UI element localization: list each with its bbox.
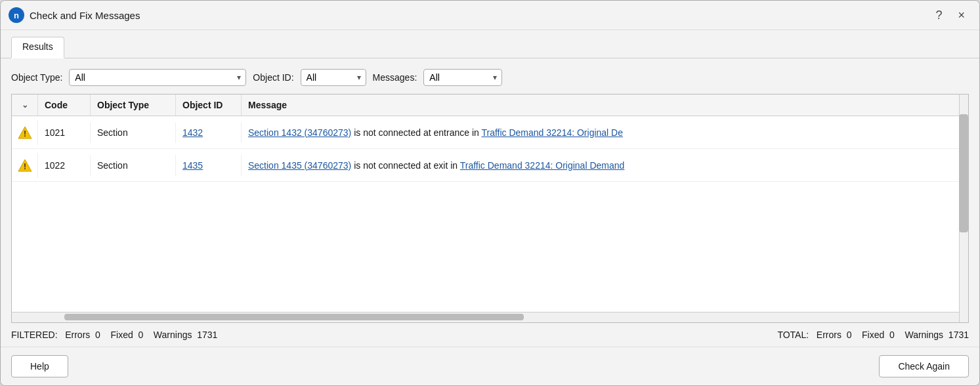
close-button[interactable]: × <box>954 8 969 22</box>
filtered-warnings-label: Warnings <box>154 330 192 340</box>
total-status: TOTAL: Errors 0 Fixed 0 Warnings 1731 <box>777 330 969 340</box>
svg-text:!: ! <box>24 129 26 139</box>
total-errors-value: 0 <box>847 330 852 340</box>
row-2-object-id-link[interactable]: 1435 <box>182 160 203 171</box>
total-warnings-label: Warnings <box>905 330 943 340</box>
object-type-select[interactable]: All <box>69 69 246 86</box>
title-bar: n Check and Fix Messages ? × <box>1 1 979 30</box>
total-label: TOTAL: <box>777 330 809 340</box>
help-icon-button[interactable]: ? <box>931 8 946 22</box>
row-2-message-cell: Section 1435 (34760273) is not connected… <box>248 160 624 171</box>
row-1-object-type: Section <box>91 122 176 143</box>
table-header: ⌄ Code Object Type Object ID Message <box>12 95 968 116</box>
th-object-id: Object ID <box>176 95 242 116</box>
dialog-body: Results Object Type: All Object ID: All … <box>1 30 979 385</box>
filtered-fixed-label: Fixed <box>110 330 133 340</box>
table-row: ! 1022 Section 1435 Section 1435 (347602… <box>12 149 968 182</box>
row-1-object-id[interactable]: 1432 <box>176 122 242 143</box>
row-2-code: 1022 <box>38 155 91 176</box>
svg-text:!: ! <box>24 162 26 171</box>
filtered-warnings-value: 1731 <box>197 330 217 340</box>
row-2-msg-link-2[interactable]: Traffic Demand 32214: Original Demand <box>460 160 625 171</box>
row-2-object-type: Section <box>91 155 176 176</box>
help-button[interactable]: Help <box>11 355 68 377</box>
th-code: Code <box>38 95 91 116</box>
tab-results[interactable]: Results <box>11 37 64 58</box>
row-1-message-cell: Section 1432 (34760273) is not connected… <box>248 127 623 138</box>
object-id-select-wrapper: All <box>301 69 366 86</box>
warning-icon: ! <box>18 125 32 140</box>
total-fixed-label: Fixed <box>862 330 884 340</box>
row-1-msg-link-2[interactable]: Traffic Demand 32214: Original De <box>481 127 623 138</box>
table-body: ! 1021 Section 1432 Section 1432 (347602… <box>12 116 968 312</box>
app-icon: n <box>9 7 24 23</box>
th-object-type: Object Type <box>91 95 176 116</box>
filtered-errors-label: Errors <box>65 330 90 340</box>
total-errors-label: Errors <box>817 330 842 340</box>
h-scrollbar-thumb[interactable] <box>64 314 524 320</box>
dialog-title: Check and Fix Messages <box>30 10 926 21</box>
horizontal-scrollbar[interactable] <box>12 312 968 322</box>
filtered-fixed-value: 0 <box>138 330 143 340</box>
row-2-message: Section 1435 (34760273) is not connected… <box>242 155 968 176</box>
row-1-msg-link-1[interactable]: Section 1432 (34760273) <box>248 127 351 138</box>
check-again-button[interactable]: Check Again <box>879 355 969 377</box>
vertical-scrollbar[interactable] <box>959 95 968 322</box>
collapse-icon[interactable]: ⌄ <box>22 100 28 110</box>
row-1-message: Section 1432 (34760273) is not connected… <box>242 122 968 143</box>
row-2-object-id[interactable]: 1435 <box>176 155 242 176</box>
footer-row: Help Check Again <box>1 347 979 385</box>
content-area: Object Type: All Object ID: All Messages… <box>1 58 979 323</box>
row-1-object-id-link[interactable]: 1432 <box>182 127 203 138</box>
filtered-status: FILTERED: Errors 0 Fixed 0 Warnings 1731 <box>11 330 217 340</box>
filters-row: Object Type: All Object ID: All Messages… <box>11 69 969 86</box>
object-type-label: Object Type: <box>11 72 62 83</box>
filtered-errors-value: 0 <box>95 330 100 340</box>
filtered-label: FILTERED: <box>11 330 58 340</box>
th-icon[interactable]: ⌄ <box>12 95 38 116</box>
table-row: ! 1021 Section 1432 Section 1432 (347602… <box>12 116 968 149</box>
row-1-code: 1021 <box>38 122 91 143</box>
row-2-msg-link-1[interactable]: Section 1435 (34760273) <box>248 160 351 171</box>
object-id-label: Object ID: <box>253 72 293 83</box>
row-2-icon-cell: ! <box>12 153 38 178</box>
object-id-select[interactable]: All <box>301 69 366 86</box>
messages-select-wrapper: All <box>423 69 502 86</box>
results-table: ⌄ Code Object Type Object ID Message <box>11 94 969 323</box>
row-1-icon-cell: ! <box>12 120 38 145</box>
check-fix-dialog: n Check and Fix Messages ? × Results Obj… <box>0 0 980 386</box>
th-message: Message <box>242 95 968 116</box>
total-fixed-value: 0 <box>889 330 895 340</box>
title-actions: ? × <box>931 8 969 22</box>
messages-select[interactable]: All <box>423 69 502 86</box>
messages-label: Messages: <box>373 72 417 83</box>
object-type-select-wrapper: All <box>69 69 246 86</box>
v-scrollbar-thumb[interactable] <box>959 114 968 232</box>
warning-icon: ! <box>18 158 32 173</box>
status-bar: FILTERED: Errors 0 Fixed 0 Warnings 1731… <box>1 323 979 347</box>
total-warnings-value: 1731 <box>948 330 969 340</box>
tabs-row: Results <box>1 30 979 58</box>
